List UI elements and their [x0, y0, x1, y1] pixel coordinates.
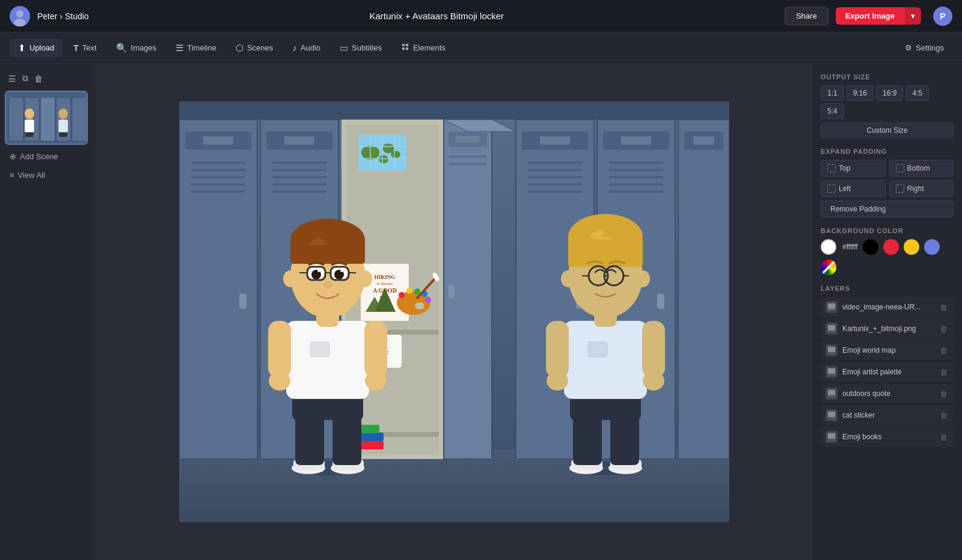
layer-item[interactable]: Emoji artist palette 🗑: [821, 362, 954, 382]
svg-rect-18: [179, 102, 729, 120]
export-dropdown-button[interactable]: ▾: [904, 7, 921, 25]
toolbar-upload[interactable]: ⬆ Upload: [10, 38, 63, 58]
svg-point-124: [365, 371, 387, 391]
svg-rect-31: [272, 162, 326, 164]
breadcrumb-section[interactable]: Studio: [65, 11, 89, 21]
size-btn-16-9[interactable]: 16:9: [876, 85, 903, 101]
toolbar-text[interactable]: T Text: [65, 39, 105, 57]
bg-swatch-white[interactable]: [821, 239, 836, 255]
svg-rect-24: [191, 176, 245, 178]
canvas-frame[interactable]: HIKING is always A GOOD Idea: [179, 102, 729, 522]
export-group: Export Image ▾: [836, 7, 921, 25]
svg-point-10: [25, 108, 34, 118]
pad-bottom-button[interactable]: Bottom: [889, 160, 954, 177]
toolbar-elements[interactable]: Elements: [393, 38, 454, 57]
svg-text:is always: is always: [377, 281, 393, 286]
scenes-icon: ⬡: [236, 43, 244, 53]
svg-rect-21: [203, 136, 233, 145]
pad-right-button[interactable]: Right: [889, 180, 954, 197]
toolbar-audio[interactable]: ♪ Audio: [284, 38, 329, 57]
svg-rect-104: [609, 176, 663, 178]
toolbar-timeline[interactable]: ☰ Timeline: [167, 38, 225, 58]
svg-point-137: [317, 270, 320, 272]
svg-rect-7: [40, 97, 55, 141]
toolbar-images[interactable]: 🔍 Images: [108, 38, 165, 58]
share-button[interactable]: Share: [785, 7, 829, 25]
svg-rect-58: [361, 312, 409, 321]
add-scene-button[interactable]: ⊕ Add Scene: [5, 150, 91, 163]
layer-name: Emoji books: [842, 433, 934, 441]
layer-item[interactable]: Kartunix_+_bitmoji.png 🗑: [821, 318, 954, 339]
svg-rect-120: [310, 342, 329, 357]
toolbar-subtitles[interactable]: ▭ Subtitles: [331, 38, 390, 58]
layer-item[interactable]: Emoji books 🗑: [821, 427, 954, 447]
svg-point-44: [391, 151, 400, 158]
layer-delete-button[interactable]: 🗑: [939, 411, 949, 420]
layer-thumb-icon: [826, 409, 838, 421]
settings-label: Settings: [916, 43, 944, 52]
svg-rect-12: [25, 132, 34, 137]
layer-delete-button[interactable]: 🗑: [939, 324, 949, 333]
svg-rect-103: [609, 169, 663, 171]
elements-label: Elements: [413, 43, 446, 52]
layer-delete-button[interactable]: 🗑: [939, 346, 949, 355]
layer-delete-button[interactable]: 🗑: [939, 389, 949, 398]
svg-point-138: [340, 270, 343, 272]
svg-rect-35: [272, 190, 326, 193]
export-button[interactable]: Export Image: [836, 7, 904, 25]
size-btn-1-1[interactable]: 1:1: [821, 85, 844, 101]
layer-item[interactable]: outdoors quote 🗑: [821, 383, 954, 404]
remove-padding-button[interactable]: Remove Padding: [821, 201, 954, 218]
svg-rect-34: [272, 183, 326, 186]
size-btn-9-16[interactable]: 9:16: [847, 85, 874, 101]
audio-label: Audio: [301, 43, 320, 52]
breadcrumb-user[interactable]: Peter: [37, 11, 57, 21]
layer-delete-button[interactable]: 🗑: [939, 303, 949, 312]
custom-size-button[interactable]: Custom Size: [821, 123, 954, 138]
layer-thumb-icon: [826, 366, 838, 378]
view-all-button[interactable]: ≡ View All: [5, 168, 91, 182]
user-icon[interactable]: P: [933, 7, 952, 26]
svg-point-61: [399, 292, 405, 298]
svg-rect-23: [191, 169, 245, 171]
left-panel: ☰ ⧉ 🗑: [0, 64, 96, 560]
svg-point-163: [561, 270, 575, 287]
scene-list-icon[interactable]: ☰: [7, 72, 17, 85]
pad-right-label: Right: [907, 184, 924, 193]
layer-item[interactable]: cat sticker 🗑: [821, 405, 954, 425]
bg-swatch-red[interactable]: [883, 239, 899, 255]
pad-left-button[interactable]: Left: [821, 180, 886, 197]
scenes-label: Scenes: [247, 43, 273, 52]
scene-thumb-image: [6, 92, 87, 144]
scene-delete-icon[interactable]: 🗑: [33, 72, 44, 85]
pad-bottom-icon: [896, 164, 904, 172]
svg-point-45: [379, 155, 388, 163]
pad-top-button[interactable]: Top: [821, 160, 886, 177]
layer-item[interactable]: Emoji world map 🗑: [821, 340, 954, 361]
svg-point-1: [16, 10, 23, 17]
svg-rect-14: [58, 120, 68, 132]
layer-delete-button[interactable]: 🗑: [939, 433, 949, 442]
layers-title: LAYERS: [821, 285, 954, 292]
layer-item[interactable]: video_image-neea-UR... 🗑: [821, 297, 954, 317]
layer-delete-button[interactable]: 🗑: [939, 368, 949, 377]
bg-swatch-yellow[interactable]: [904, 239, 919, 255]
bg-swatch-black[interactable]: [863, 239, 878, 255]
pad-left-icon: [827, 184, 836, 193]
svg-rect-154: [588, 342, 607, 357]
user-avatar[interactable]: [10, 6, 30, 26]
toolbar-scenes[interactable]: ⬡ Scenes: [227, 38, 281, 58]
size-btn-5-4[interactable]: 5:4: [821, 103, 844, 119]
layer-thumb-icon: [826, 344, 838, 356]
size-btn-4-5[interactable]: 4:5: [905, 85, 929, 101]
pad-bottom-label: Bottom: [907, 164, 930, 172]
settings-button[interactable]: ⚙ Settings: [896, 39, 952, 56]
scene-copy-icon[interactable]: ⧉: [21, 72, 29, 85]
bg-swatch-blue[interactable]: [924, 239, 940, 255]
add-scene-label: Add Scene: [20, 152, 58, 161]
bg-swatch-gradient[interactable]: [821, 260, 836, 275]
svg-point-129: [283, 270, 298, 287]
layer-name: video_image-neea-UR...: [842, 303, 934, 311]
layer-thumb-icon: [826, 388, 838, 400]
scene-thumbnail-1[interactable]: [5, 91, 88, 145]
